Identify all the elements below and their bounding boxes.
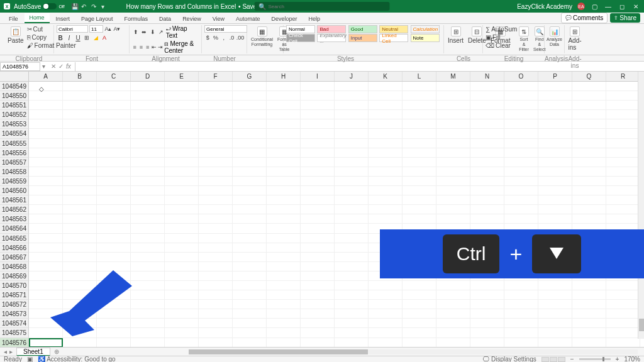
cell[interactable] (538, 319, 572, 328)
cell[interactable] (29, 91, 63, 101)
cell[interactable] (97, 281, 131, 290)
cell[interactable] (606, 319, 640, 328)
cell[interactable] (606, 101, 640, 110)
cell[interactable] (131, 129, 165, 138)
cell[interactable] (97, 91, 131, 101)
cell[interactable] (267, 186, 301, 195)
cell[interactable] (165, 300, 199, 309)
cell[interactable] (131, 262, 165, 272)
cell[interactable] (538, 167, 572, 177)
cell[interactable] (165, 195, 199, 205)
cell[interactable] (335, 328, 369, 337)
cell[interactable] (301, 119, 335, 129)
cell[interactable] (335, 281, 369, 290)
cell[interactable] (131, 328, 165, 337)
cell[interactable] (165, 309, 199, 319)
cell[interactable] (199, 262, 233, 272)
cell[interactable] (436, 290, 470, 300)
cell[interactable] (233, 148, 267, 158)
cell[interactable] (131, 309, 165, 319)
cell[interactable] (97, 195, 131, 205)
cell[interactable] (29, 272, 63, 281)
cell[interactable] (572, 195, 606, 205)
cell[interactable] (572, 281, 606, 290)
cell[interactable] (504, 148, 538, 158)
cell[interactable] (538, 290, 572, 300)
zoom-in-button[interactable]: + (616, 356, 619, 362)
row-header[interactable]: 1048560 (0, 186, 29, 195)
qat-dropdown-icon[interactable]: ▾ (101, 3, 108, 9)
sheet-nav-next-icon[interactable]: ▸ (9, 348, 13, 355)
cell[interactable] (165, 338, 199, 348)
cell[interactable] (165, 272, 199, 281)
column-header-O[interactable]: O (504, 72, 538, 81)
tab-insert[interactable]: Insert (51, 14, 75, 23)
cell[interactable] (267, 234, 301, 243)
wrap-text-button[interactable]: ⮐ Wrap Text (166, 25, 199, 39)
column-header-B[interactable]: B (63, 72, 97, 81)
cell[interactable] (233, 119, 267, 129)
cell[interactable] (165, 101, 199, 110)
cell[interactable] (29, 195, 63, 205)
cell[interactable] (29, 234, 63, 243)
cell[interactable] (369, 82, 402, 91)
row-header[interactable]: 1048556 (0, 148, 29, 158)
cell[interactable] (402, 300, 436, 309)
vertical-scrollbar[interactable] (638, 72, 644, 339)
align-right-icon[interactable]: ≡ (145, 43, 150, 51)
cell[interactable] (436, 101, 470, 110)
cell[interactable] (335, 243, 369, 253)
cell[interactable] (335, 148, 369, 158)
share-button[interactable]: ⇪ Share (610, 13, 640, 23)
cell[interactable] (97, 139, 131, 148)
cell[interactable] (63, 262, 97, 272)
increase-decimal-icon[interactable]: .0 (228, 34, 235, 41)
merge-center-button[interactable]: ⊟ Merge & Center (164, 40, 199, 54)
cell[interactable] (199, 338, 233, 348)
underline-button[interactable]: U (74, 34, 82, 41)
cell[interactable] (504, 290, 538, 300)
cell[interactable] (301, 290, 335, 300)
cell[interactable] (470, 186, 504, 195)
cell[interactable] (29, 214, 63, 224)
cell[interactable] (301, 177, 335, 186)
cell[interactable] (301, 328, 335, 337)
cell[interactable] (572, 290, 606, 300)
cell[interactable] (369, 158, 402, 167)
cell[interactable] (199, 214, 233, 224)
cell[interactable] (470, 82, 504, 91)
cell[interactable] (233, 205, 267, 214)
column-header-P[interactable]: P (538, 72, 572, 81)
cell[interactable] (402, 328, 436, 337)
cell[interactable] (199, 119, 233, 129)
cell[interactable] (301, 101, 335, 110)
cell[interactable] (267, 328, 301, 337)
cell[interactable] (335, 177, 369, 186)
cell[interactable] (97, 338, 131, 348)
cell[interactable] (301, 110, 335, 119)
cell[interactable] (233, 167, 267, 177)
style-explanatory[interactable]: Explanatory ... (317, 34, 346, 42)
cell[interactable] (233, 319, 267, 328)
cell[interactable] (63, 234, 97, 243)
cell[interactable] (267, 129, 301, 138)
column-header-D[interactable]: D (131, 72, 165, 81)
cell[interactable] (97, 300, 131, 309)
cell[interactable] (301, 338, 335, 348)
zoom-slider[interactable] (579, 358, 611, 360)
cell[interactable] (199, 158, 233, 167)
cell[interactable] (335, 101, 369, 110)
cell[interactable] (199, 91, 233, 101)
cell[interactable] (572, 328, 606, 337)
ribbon-options-icon[interactable]: ▢ (590, 3, 599, 10)
fx-icon[interactable]: fx (66, 63, 71, 70)
cell[interactable] (267, 253, 301, 262)
cell[interactable] (402, 290, 436, 300)
cell[interactable] (199, 129, 233, 138)
autosum-button[interactable]: ∑ AutoSum (486, 25, 516, 33)
cell[interactable] (199, 205, 233, 214)
conditional-formatting-button[interactable]: ▦Conditional Formatting (250, 25, 274, 48)
maximize-icon[interactable]: ◻ (618, 3, 626, 10)
cell[interactable] (29, 177, 63, 186)
cell[interactable] (131, 177, 165, 186)
